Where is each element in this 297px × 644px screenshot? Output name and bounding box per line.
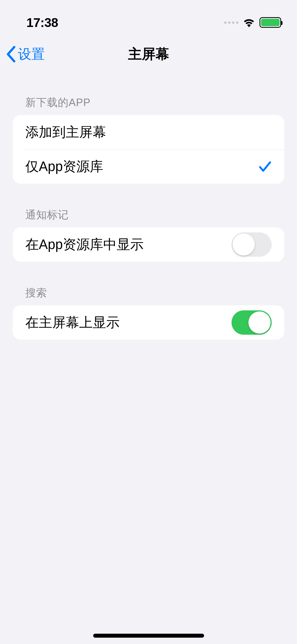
section-newly-downloaded: 新下载的APP 添加到主屏幕 仅App资源库 bbox=[13, 95, 284, 184]
status-time: 17:38 bbox=[26, 15, 58, 30]
section-notification-badges: 通知标记 在App资源库中显示 bbox=[13, 208, 284, 262]
option-label: 添加到主屏幕 bbox=[25, 123, 272, 141]
checkmark-icon bbox=[258, 160, 272, 173]
chevron-left-icon bbox=[6, 46, 16, 62]
section-header-search: 搜索 bbox=[13, 286, 284, 305]
option-add-to-home-screen[interactable]: 添加到主屏幕 bbox=[13, 115, 284, 149]
toggle-label: 在App资源库中显示 bbox=[25, 236, 232, 254]
wifi-icon bbox=[243, 18, 255, 27]
page-title: 主屏幕 bbox=[128, 45, 169, 63]
section-header-newly-downloaded: 新下载的APP bbox=[13, 95, 284, 115]
battery-icon bbox=[260, 17, 281, 28]
status-indicators bbox=[224, 17, 281, 28]
row-show-in-app-library: 在App资源库中显示 bbox=[13, 227, 284, 262]
back-button-label: 设置 bbox=[18, 45, 45, 63]
group-newly-downloaded: 添加到主屏幕 仅App资源库 bbox=[13, 115, 284, 184]
toggle-label: 在主屏幕上显示 bbox=[25, 314, 232, 332]
option-app-library-only[interactable]: 仅App资源库 bbox=[13, 149, 284, 184]
navigation-bar: 设置 主屏幕 bbox=[0, 37, 297, 71]
section-header-notification-badges: 通知标记 bbox=[13, 208, 284, 227]
cellular-signal-icon bbox=[224, 21, 238, 24]
row-show-on-home-screen: 在主屏幕上显示 bbox=[13, 305, 284, 340]
group-notification-badges: 在App资源库中显示 bbox=[13, 227, 284, 262]
back-button[interactable]: 设置 bbox=[6, 45, 45, 63]
toggle-show-on-home-screen[interactable] bbox=[232, 310, 272, 335]
option-label: 仅App资源库 bbox=[25, 158, 258, 176]
status-bar: 17:38 bbox=[0, 0, 297, 37]
home-indicator[interactable] bbox=[93, 634, 204, 638]
section-search: 搜索 在主屏幕上显示 bbox=[13, 286, 284, 340]
group-search: 在主屏幕上显示 bbox=[13, 305, 284, 340]
toggle-show-in-app-library[interactable] bbox=[232, 232, 272, 257]
